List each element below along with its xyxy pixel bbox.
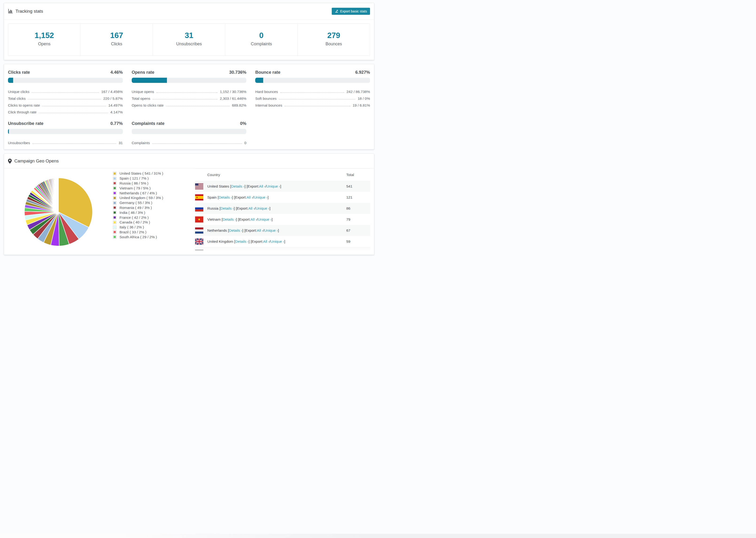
progress-bar [255,78,370,83]
dotted-leader [285,106,350,106]
geo-details-link[interactable]: Details › [235,240,249,243]
legend-item-india[interactable]: India ( 46 / 3% ) [113,210,195,215]
geo-country-name: United States [207,184,230,188]
rate-rows: Hard bounces242 / 86.738%Soft bounces18 … [255,87,370,108]
legend-item-france[interactable]: France ( 42 / 2% ) [113,215,195,220]
geo-export-unique-link[interactable]: Unique › [270,240,284,243]
geo-export-unique-link[interactable]: Unique › [258,217,272,222]
rate-row-value: 242 / 86.738% [347,90,370,94]
rate-head: Bounce rate6.927% [255,70,370,75]
geo-table-row-netherlands: Netherlands [Details ›] [Export: All › /… [195,225,370,236]
geo-table-row-united-states: United States [Details ›] [Export: All ›… [195,181,370,192]
legend-label: Romania ( 49 / 3% ) [120,206,152,210]
rate-row-label: Internal bounces [255,103,282,108]
geo-details-link[interactable]: Details › [223,217,236,222]
geo-export-all-link[interactable]: All › [246,195,253,199]
rates-card: Clicks rate4.46%Unique clicks167 / 4.456… [4,64,374,149]
legend-item-italy[interactable]: Italy ( 36 / 2% ) [113,225,195,230]
geo-country-cell: United Kingdom [Details ›] [Export: All … [207,240,346,243]
flag-gb-icon [195,239,203,244]
legend-item-spain[interactable]: Spain ( 121 / 7% ) [113,176,195,181]
geo-details-link[interactable]: Details › [220,206,234,211]
geo-details-link[interactable]: Details › [231,184,244,188]
dotted-leader [166,106,230,106]
geo-details-link[interactable]: Details › [219,195,232,199]
stat-label: Clicks [81,41,153,46]
geo-country-name: Netherlands [207,228,228,233]
flag-us-icon [195,183,203,189]
rate-row-label: Clicks to opens rate [8,103,40,108]
geo-table-row-vietnam: Vietnam [Details ›] [Export: All › / Uni… [195,214,370,225]
legend-swatch [113,196,117,200]
rate-row-soft-bounces: Soft bounces18 / 0% [255,94,370,101]
geo-total-cell: 121 [346,195,370,199]
rate-row-value: 2,303 / 61.446% [220,96,246,101]
legend-swatch [113,187,117,190]
geo-table-header-total: Total [346,173,370,177]
legend-swatch [113,211,117,214]
rate-value: 0.77% [110,121,123,126]
rate-row-hard-bounces: Hard bounces242 / 86.738% [255,87,370,94]
rate-row-complaints: Complaints0 [132,138,246,145]
geo-export-all-link[interactable]: All › [259,184,266,188]
geo-details-link[interactable]: Details › [224,250,238,255]
geo-header: Campaign Geo Opens [4,154,374,169]
rate-rows: Unique clicks167 / 4.456%Total clicks220… [8,87,123,114]
rate-rows: Unique opens1,152 / 30.736%Total opens2,… [132,87,246,108]
geo-export-unique-link[interactable]: Unique › [264,228,278,233]
flag-ru-icon [195,205,203,211]
legend-swatch [113,206,117,209]
rate-row-label: Unique clicks [8,90,29,94]
stat-label: Bounces [298,41,370,46]
flag-de-icon [195,249,203,255]
geo-export-unique-link[interactable]: Unique › [266,184,280,188]
geo-export-unique-link[interactable]: Unique › [254,195,268,199]
geo-pie-chart [4,169,113,255]
geo-country-cell: Netherlands [Details ›] [Export: All › /… [207,228,346,233]
geo-export-all-link[interactable]: All › [250,217,257,222]
legend-label: Italy ( 36 / 2% ) [120,225,144,229]
legend-item-netherlands[interactable]: Netherlands ( 67 / 4% ) [113,190,195,195]
legend-item-south-africa[interactable]: South Africa ( 29 / 2% ) [113,235,195,240]
rate-row-label: Click through rate [8,110,36,114]
legend-item-brazil[interactable]: Brazil ( 33 / 2% ) [113,230,195,235]
rate-title: Opens rate [132,70,154,75]
progress-bar-fill [132,78,167,83]
stat-complaints: 0Complaints [225,24,297,56]
rate-value: 6.927% [355,70,370,75]
tracking-stats-card: Tracking stats Export basic stats 1,152O… [4,3,374,60]
legend-item-united-kingdom[interactable]: United Kingdom ( 59 / 3% ) [113,195,195,200]
legend-label: United Kingdom ( 59 / 3% ) [120,196,163,200]
geo-export-unique-link[interactable]: Unique › [259,250,273,255]
geo-table-row-russia: Russia [Details ›] [Export: All › / Uniq… [195,203,370,214]
geo-export-all-link[interactable]: All › [263,240,270,243]
dotted-leader [156,92,217,93]
legend-item-romania[interactable]: Romania ( 49 / 3% ) [113,205,195,210]
geo-total-cell: 59 [346,240,370,243]
geo-export-all-link[interactable]: All › [252,250,258,255]
export-icon [335,9,338,13]
legend-item-canada[interactable]: Canada ( 40 / 2% ) [113,220,195,225]
legend-label: Brazil ( 33 / 2% ) [120,230,146,234]
export-basic-stats-button[interactable]: Export basic stats [332,8,370,15]
legend-item-germany[interactable]: Germany ( 55 / 3% ) [113,200,195,205]
stat-value: 0 [225,31,297,40]
legend-item-vietnam[interactable]: Vietnam ( 79 / 5% ) [113,186,195,190]
geo-details-link[interactable]: Details › [229,228,242,233]
geo-export-all-link[interactable]: All › [248,206,255,211]
dotted-leader [153,99,217,99]
rate-block-complaints-rate: Complaints rate0%Complaints0 [132,121,246,145]
rate-row-unique-opens: Unique opens1,152 / 30.736% [132,87,246,94]
rate-row-value: 18 / 0% [357,96,370,101]
legend-item-united-states[interactable]: United States ( 541 / 31% ) [113,171,195,176]
legend-swatch [113,191,117,195]
geo-export-unique-link[interactable]: Unique › [256,206,270,211]
legend-item-russia[interactable]: Russia ( 86 / 5% ) [113,181,195,186]
geo-export-all-link[interactable]: All › [257,228,263,233]
dotted-leader [32,143,117,144]
geo-country-cell: Russia [Details ›] [Export: All › / Uniq… [207,206,346,211]
rates-grid: Clicks rate4.46%Unique clicks167 / 4.456… [8,70,370,145]
stat-label: Unsubscribes [153,41,225,46]
dotted-leader [39,113,108,113]
stat-value: 167 [81,31,153,40]
